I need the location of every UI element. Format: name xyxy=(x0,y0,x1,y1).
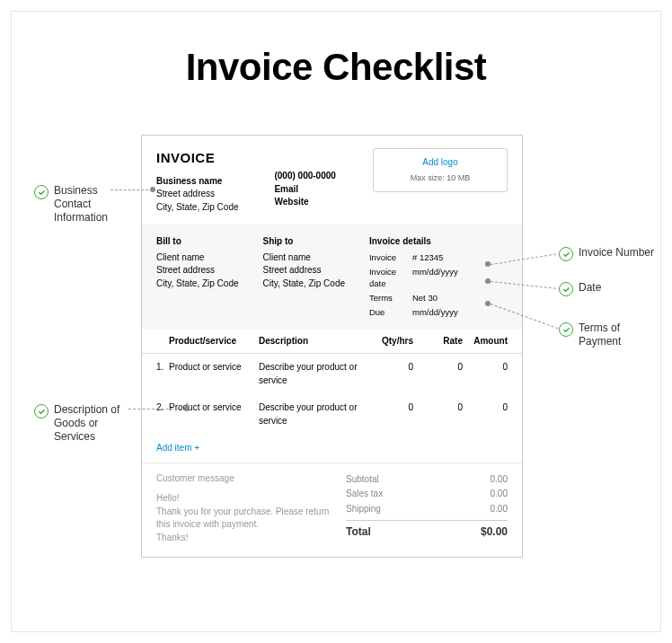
th-description: Description xyxy=(259,335,368,348)
add-logo-link[interactable]: Add logo xyxy=(379,156,501,170)
th-qty: Qty/hrs xyxy=(368,335,413,348)
annotation-invoice-number: Invoice Number xyxy=(559,246,654,261)
annotation-line xyxy=(111,189,148,190)
total-label: Total xyxy=(346,524,371,540)
shipto-street: Street address xyxy=(262,264,368,277)
th-product: Product/service xyxy=(169,335,259,348)
logo-upload-box[interactable]: Add logo Max size: 10 MB xyxy=(373,148,508,192)
business-phone: (000) 000-0000 xyxy=(274,170,373,183)
invoice-heading: INVOICE xyxy=(156,148,274,168)
annotation-label: Date xyxy=(579,281,601,295)
row-qty: 0 xyxy=(368,401,413,415)
totals-block: Subtotal 0.00 Sales tax 0.00 Shipping 0.… xyxy=(346,472,508,545)
business-name: Business name xyxy=(156,175,274,189)
annotation-line xyxy=(128,409,182,410)
check-icon xyxy=(559,322,573,337)
tax-value: 0.00 xyxy=(491,488,508,501)
details-invoice-lbl: Invoice xyxy=(369,251,407,264)
annotation-dot xyxy=(184,406,190,411)
annotation-label: Invoice Number xyxy=(579,246,654,260)
table-header: Product/service Description Qty/hrs Rate… xyxy=(142,330,522,355)
subtotal-label: Subtotal xyxy=(346,473,379,487)
billto-label: Bill to xyxy=(156,235,262,249)
details-date-val: mm/dd/yyyy xyxy=(412,266,508,291)
check-icon xyxy=(34,185,49,199)
business-citystate: City, State, Zip Code xyxy=(156,201,274,215)
row-product: Product or service xyxy=(169,401,259,415)
check-icon xyxy=(559,247,573,261)
th-rate: Rate xyxy=(413,335,463,348)
annotation-terms: Terms of Payment xyxy=(559,322,661,348)
row-amt: 0 xyxy=(463,361,508,374)
annotation-dot xyxy=(150,187,155,192)
billto-citystate: City, State, Zip Code xyxy=(156,277,262,291)
row-product: Product or service xyxy=(169,361,259,374)
subtotal-value: 0.00 xyxy=(491,473,508,487)
details-invoice-val: # 12345 xyxy=(412,251,508,264)
th-amount: Amount xyxy=(463,335,508,348)
billto-street: Street address xyxy=(156,264,262,277)
row-rate: 0 xyxy=(413,361,463,374)
msg-closing: Thanks! xyxy=(156,532,335,545)
shipto-name: Client name xyxy=(262,251,368,265)
billto-name: Client name xyxy=(156,251,262,265)
msg-title: Customer message xyxy=(156,472,335,486)
msg-greeting: Hello! xyxy=(156,492,335,506)
row-desc: Describe your product or service xyxy=(259,401,368,427)
row-qty: 0 xyxy=(368,361,413,374)
table-row: 1. Product or service Describe your prod… xyxy=(142,354,522,394)
logo-max-size: Max size: 10 MB xyxy=(379,172,501,184)
annotation-label: Terms of Payment xyxy=(579,322,661,348)
table-row: 2. Product or service Describe your prod… xyxy=(142,394,522,435)
bill-ship-section: Bill to Client name Street address City,… xyxy=(142,225,522,329)
invoice-card: INVOICE Business name Street address Cit… xyxy=(141,135,523,558)
shipping-value: 0.00 xyxy=(491,503,508,516)
annotation-description: Description of Goods or Services xyxy=(34,403,137,444)
details-due-val: mm/dd/yyyy xyxy=(412,306,508,319)
annotation-label: Description of Goods or Services xyxy=(54,403,137,444)
row-num: 1. xyxy=(156,361,169,374)
check-icon xyxy=(34,404,49,418)
details-terms-val: Net 30 xyxy=(412,292,508,304)
business-street: Street address xyxy=(156,188,274,201)
tax-label: Sales tax xyxy=(346,488,383,501)
business-website: Website xyxy=(274,196,373,209)
details-label: Invoice details xyxy=(369,235,508,249)
total-value: $0.00 xyxy=(481,524,508,540)
business-email: Email xyxy=(274,183,373,197)
details-date-lbl: Invoice date xyxy=(369,266,407,291)
row-amt: 0 xyxy=(463,401,508,415)
msg-body: Thank you for your purchase. Please retu… xyxy=(156,506,335,532)
shipto-label: Ship to xyxy=(262,235,368,249)
shipto-citystate: City, State, Zip Code xyxy=(262,277,368,291)
details-terms-lbl: Terms xyxy=(369,292,407,304)
check-icon xyxy=(559,282,573,296)
annotation-date: Date xyxy=(559,281,601,296)
row-desc: Describe your product or service xyxy=(259,361,368,387)
row-rate: 0 xyxy=(413,401,463,415)
add-item-link[interactable]: Add item + xyxy=(142,435,522,463)
customer-message: Customer message Hello! Thank you for yo… xyxy=(156,472,346,545)
page-title: Invoice Checklist xyxy=(12,46,660,89)
shipping-label: Shipping xyxy=(346,503,381,516)
details-due-lbl: Due xyxy=(369,306,407,319)
